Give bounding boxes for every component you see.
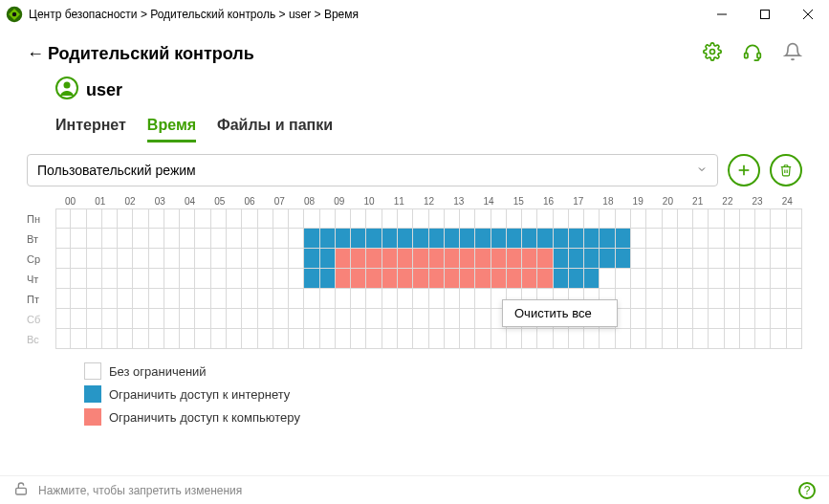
schedule-cell[interactable] [663,229,678,249]
close-button[interactable] [786,0,829,29]
schedule-cell[interactable] [289,269,304,289]
schedule-cell[interactable] [382,309,398,329]
schedule-cell[interactable] [709,249,724,269]
schedule-cell[interactable] [631,289,646,309]
schedule-cell[interactable] [195,329,210,349]
schedule-cell[interactable] [180,329,195,349]
schedule-cell[interactable] [351,309,366,329]
schedule-cell[interactable] [351,329,366,349]
back-arrow-icon[interactable]: ← [27,44,44,64]
schedule-cell[interactable] [118,249,133,269]
schedule-cell[interactable] [491,329,507,349]
schedule-cell[interactable] [118,229,133,249]
schedule-cell[interactable] [413,289,428,309]
schedule-cell[interactable] [460,249,475,269]
mode-select[interactable]: Пользовательский режим [27,154,718,186]
schedule-cell[interactable] [149,289,164,309]
schedule-cell[interactable] [429,249,445,269]
schedule-cell[interactable] [445,289,460,309]
schedule-cell[interactable] [304,208,319,229]
schedule-cell[interactable] [382,269,398,289]
schedule-cell[interactable] [569,249,584,269]
schedule-cell[interactable] [740,229,755,249]
schedule-cell[interactable] [336,329,351,349]
schedule-cell[interactable] [87,208,102,229]
schedule-cell[interactable] [164,269,180,289]
schedule-cell[interactable] [537,229,553,249]
schedule-cell[interactable] [382,208,398,229]
schedule-cell[interactable] [693,208,709,229]
schedule-cell[interactable] [522,229,537,249]
schedule-cell[interactable] [211,208,227,229]
schedule-cell[interactable] [133,208,148,229]
schedule-cell[interactable] [351,269,366,289]
schedule-cell[interactable] [600,269,615,289]
schedule-cell[interactable] [475,269,491,289]
schedule-cell[interactable] [740,269,755,289]
schedule-cell[interactable] [755,309,771,329]
schedule-cell[interactable] [336,309,351,329]
schedule-cell[interactable] [258,208,273,229]
schedule-cell[interactable] [398,329,413,349]
schedule-cell[interactable] [709,208,724,229]
schedule-cell[interactable] [725,329,740,349]
schedule-cell[interactable] [351,289,366,309]
schedule-cell[interactable] [320,309,336,329]
schedule-cell[interactable] [289,309,304,329]
schedule-cell[interactable] [740,309,755,329]
schedule-cell[interactable] [320,269,336,289]
schedule-cell[interactable] [709,329,724,349]
schedule-cell[interactable] [398,229,413,249]
add-button[interactable] [728,154,760,186]
schedule-cell[interactable] [382,289,398,309]
schedule-cell[interactable] [195,289,210,309]
schedule-cell[interactable] [195,309,210,329]
schedule-cell[interactable] [211,289,227,309]
schedule-cell[interactable] [725,208,740,229]
schedule-cell[interactable] [242,269,257,289]
schedule-cell[interactable] [600,208,615,229]
schedule-cell[interactable] [475,229,491,249]
schedule-cell[interactable] [600,229,615,249]
schedule-cell[interactable] [771,229,786,249]
schedule-cell[interactable] [429,208,445,229]
schedule-cell[interactable] [663,249,678,269]
schedule-cell[interactable] [304,269,319,289]
lock-icon[interactable] [13,481,29,499]
schedule-cell[interactable] [195,249,210,269]
schedule-cell[interactable] [646,249,662,269]
schedule-cell[interactable] [600,249,615,269]
schedule-cell[interactable] [102,208,118,229]
schedule-cell[interactable] [491,229,507,249]
schedule-cell[interactable] [71,208,86,229]
schedule-cell[interactable] [537,249,553,269]
schedule-cell[interactable] [71,269,86,289]
schedule-cell[interactable] [289,208,304,229]
schedule-cell[interactable] [771,208,786,229]
schedule-cell[interactable] [413,208,428,229]
schedule-cell[interactable] [475,289,491,309]
schedule-cell[interactable] [631,329,646,349]
schedule-cell[interactable] [55,229,71,249]
schedule-cell[interactable] [273,269,289,289]
schedule-cell[interactable] [258,249,273,269]
schedule-cell[interactable] [227,249,242,269]
schedule-cell[interactable] [693,269,709,289]
schedule-cell[interactable] [445,208,460,229]
schedule-cell[interactable] [211,309,227,329]
schedule-cell[interactable] [445,269,460,289]
schedule-cell[interactable] [211,249,227,269]
schedule-cell[interactable] [102,329,118,349]
schedule-cell[interactable] [149,249,164,269]
context-menu-clear-all[interactable]: Очистить все [502,299,618,327]
schedule-cell[interactable] [616,269,631,289]
schedule-cell[interactable] [227,289,242,309]
schedule-cell[interactable] [755,329,771,349]
schedule-cell[interactable] [584,229,600,249]
schedule-cell[interactable] [678,269,693,289]
schedule-cell[interactable] [289,289,304,309]
schedule-cell[interactable] [646,309,662,329]
schedule-cell[interactable] [445,249,460,269]
schedule-cell[interactable] [102,309,118,329]
schedule-cell[interactable] [693,329,709,349]
